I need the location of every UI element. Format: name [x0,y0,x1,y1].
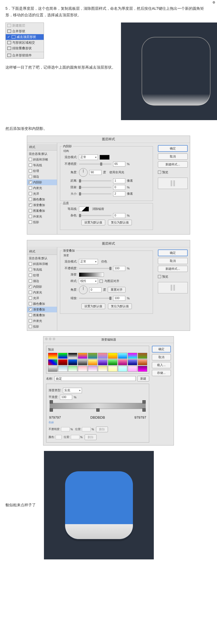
load-button[interactable]: 载入... [152,362,171,368]
delete-stop-button2[interactable]: 删除 [85,434,97,440]
size-input[interactable]: 2 [113,191,125,196]
color-stop-center[interactable] [96,408,100,412]
opacity-slider[interactable] [79,268,111,269]
set-default-button[interactable]: 设置为默认值 [81,303,105,309]
new-style-button[interactable]: 新建样式... [158,266,188,272]
opt-drop-shadow[interactable]: 投影 [27,219,57,225]
stop-hex-right: 979797 [135,415,146,419]
opt-texture[interactable]: 纹理 [27,273,57,278]
smoothness-input[interactable]: 100 [60,395,72,400]
save-button[interactable]: 存储... [152,370,171,376]
shape-context-menu[interactable]: 新建图层 合并形状 减去顶层形状 与形状区域相交 排除重叠形状 合并形状组件 [5,23,44,59]
style-select[interactable]: 线性 [79,278,98,284]
menu-merge-components[interactable]: 合并形状组件 [6,53,44,58]
blend-options[interactable]: 混合选项:默认 [27,255,57,261]
distance-slider[interactable] [79,180,111,181]
opt-bevel[interactable]: 斜面和浮雕 [27,157,57,162]
menu-exclude[interactable]: 排除重叠形状 [6,46,44,51]
angle-dial[interactable] [79,286,88,294]
opt-contour[interactable]: 等高线 [27,267,57,273]
opt-inner-shadow[interactable]: 内阴影 [27,284,57,290]
gear-icon[interactable]: ⚙ [212,1,215,4]
reset-default-button[interactable]: 复位为默认值 [108,303,132,309]
opacity-stop-left[interactable] [50,400,53,403]
opt-satin[interactable]: 光泽 [27,295,57,301]
opt-outer-glow[interactable]: 外发光 [27,318,57,324]
smoothness-label: 平滑度: [49,395,58,399]
new-gradient-button[interactable]: 新建 [137,376,149,382]
reset-align-button[interactable]: 重置对齐 [108,287,126,293]
set-default-button[interactable]: 设置为默认值 [81,220,105,225]
opacity-input[interactable]: 100 [113,266,125,271]
opt-stroke[interactable]: 描边 [27,174,57,180]
gradient-type-select[interactable]: 实底 [63,388,82,393]
scale-slider[interactable] [79,298,111,299]
preview-checkbox[interactable] [158,275,161,278]
choke-slider[interactable] [79,187,111,188]
result-section: 貌似粗来点样子了 [5,451,212,559]
noise-slider[interactable] [79,215,111,216]
opt-pattern-overlay[interactable]: 图案叠加 [27,312,57,318]
choke-input[interactable]: 0 [113,185,125,190]
opt-color-overlay[interactable]: 颜色叠加 [27,197,57,202]
preset-grid[interactable] [48,353,147,372]
opt-gradient-overlay[interactable]: 渐变叠加 [27,307,57,312]
blend-options[interactable]: 混合选项:默认 [27,151,57,157]
color-stop-left[interactable] [50,408,53,412]
opt-inner-glow[interactable]: 内发光 [27,290,57,295]
stop-position-input2[interactable] [71,435,79,439]
shadow-color-swatch[interactable] [100,155,110,160]
new-style-button[interactable]: 新建样式... [158,161,188,168]
opt-outer-glow[interactable]: 外发光 [27,214,57,219]
opacity-slider[interactable] [79,164,111,165]
opt-drop-shadow[interactable]: 投影 [27,324,57,329]
opt-inner-shadow[interactable]: 内阴影 [27,180,57,185]
opt-texture[interactable]: 纹理 [27,168,57,174]
reset-default-button[interactable]: 复位为默认值 [108,220,132,225]
ok-button[interactable]: 确定 [152,346,171,353]
contour-picker[interactable] [79,207,89,212]
gradient-bar[interactable] [50,403,146,409]
ok-button[interactable]: 确定 [158,145,188,152]
opt-bevel[interactable]: 斜面和浮雕 [27,261,57,267]
size-slider[interactable] [79,193,111,194]
preview-checkbox[interactable] [158,171,161,174]
menu-subtract-front[interactable]: 减去顶层形状 [6,34,44,40]
cancel-button[interactable]: 取消 [152,354,171,360]
distance-input[interactable]: 1 [113,178,125,183]
color-stop-right[interactable] [142,408,146,412]
blend-mode-select[interactable]: 正常 [79,155,98,160]
menu-merge-shapes[interactable]: 合并形状 [6,28,44,34]
unit: % [127,162,130,166]
angle-input[interactable]: 90 [89,170,101,175]
stop-color-swatch[interactable] [56,435,62,439]
delete-stop-button[interactable]: 删除 [96,427,108,432]
scale-input[interactable]: 100 [113,296,125,301]
opt-contour[interactable]: 等高线 [27,162,57,168]
angle-dial[interactable] [79,168,88,177]
opacity-input[interactable]: 65 [113,162,125,166]
ok-button[interactable]: 确定 [158,249,188,256]
noise-input[interactable]: 0 [113,213,125,218]
window-controls[interactable] [45,338,55,340]
opacity-stop-right[interactable] [142,400,146,403]
blend-mode-select[interactable]: 正常 [79,259,98,264]
gradient-picker[interactable] [79,273,104,277]
angle-input[interactable]: 0 [89,287,101,292]
opt-color-overlay[interactable]: 颜色叠加 [27,301,57,307]
stop-opacity-input[interactable] [61,427,70,431]
opt-stroke[interactable]: 描边 [27,278,57,284]
opt-inner-glow[interactable]: 内发光 [27,185,57,191]
opt-pattern-overlay[interactable]: 图案叠加 [27,208,57,214]
menu-intersect[interactable]: 与形状区域相交 [6,40,44,46]
cancel-button[interactable]: 取消 [158,258,188,264]
rounded-rect-shape [142,37,210,106]
color-stops-link[interactable]: 色标 [49,421,147,424]
inner-shadow-title: 内阴影 [62,144,73,148]
opt-satin[interactable]: 光泽 [27,191,57,197]
cancel-button[interactable]: 取消 [158,153,188,160]
stop-position-input[interactable] [82,427,91,431]
gradient-name-input[interactable] [55,376,136,381]
opt-gradient-overlay[interactable]: 渐变叠加 [27,202,57,208]
align-checkbox[interactable] [100,280,103,283]
